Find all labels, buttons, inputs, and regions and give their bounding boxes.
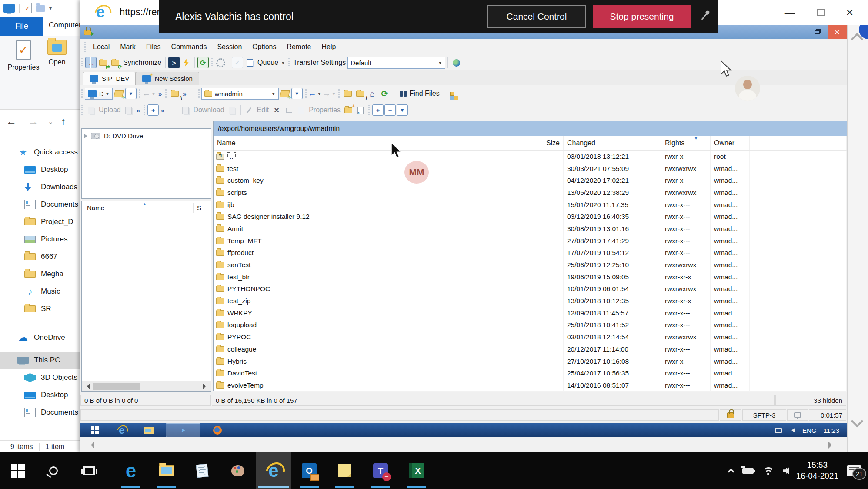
column-header-changed[interactable]: Changed bbox=[564, 136, 661, 150]
transfer-settings-combo[interactable]: Default ▼ bbox=[347, 57, 445, 69]
volume-icon[interactable] bbox=[783, 467, 788, 475]
stop-presenting-button[interactable]: Stop presenting bbox=[593, 5, 691, 28]
more-buttons-icon[interactable]: » bbox=[183, 90, 186, 97]
file-row[interactable]: logupload25/01/2018 10:41:52rwxr-x---wma… bbox=[214, 319, 847, 332]
download-background-icon[interactable] bbox=[227, 104, 238, 116]
network-lightning-icon[interactable] bbox=[180, 57, 192, 68]
file-row[interactable]: test_zip13/09/2018 10:12:35rwxr-xr-xwmad… bbox=[214, 295, 847, 307]
delete-icon[interactable] bbox=[271, 104, 282, 116]
remote-open-directory-icon[interactable] bbox=[279, 88, 290, 99]
file-row[interactable]: colleague20/12/2017 11:14:00rwxr-x---wma… bbox=[214, 343, 847, 355]
tab-new-session[interactable]: New Session bbox=[136, 72, 199, 85]
properties-button[interactable]: Properties bbox=[3, 40, 43, 71]
binoculars-icon[interactable] bbox=[396, 88, 407, 99]
pin-off-icon[interactable] bbox=[691, 0, 718, 33]
recent-locations-icon[interactable]: ⌄ bbox=[48, 118, 53, 126]
open-button[interactable]: Open bbox=[43, 40, 70, 66]
sidebar-item-music[interactable]: Music bbox=[0, 283, 80, 300]
queue-label[interactable]: Queue bbox=[257, 59, 278, 67]
column-header-name[interactable]: Name bbox=[82, 204, 193, 211]
column-header-size[interactable]: S bbox=[194, 204, 201, 211]
protocol-cell[interactable]: SFTP-3 bbox=[742, 409, 786, 421]
scroll-right-icon[interactable] bbox=[203, 384, 208, 389]
taskbar-search[interactable] bbox=[36, 452, 71, 489]
preferences-gear-icon[interactable] bbox=[215, 57, 226, 68]
chevron-down-icon[interactable]: ▼ bbox=[151, 91, 156, 96]
remote-filter-icon[interactable] bbox=[291, 88, 303, 99]
column-header-size[interactable]: Size bbox=[431, 136, 564, 150]
chevron-down-icon[interactable]: ▼ bbox=[317, 91, 322, 96]
queue-icon[interactable] bbox=[244, 57, 255, 68]
new-folder-icon[interactable] bbox=[343, 104, 354, 116]
sidebar-item-desktop[interactable]: Desktop bbox=[0, 161, 80, 178]
sidebar-item-quick-access[interactable]: Quick access bbox=[0, 144, 80, 161]
remote-back-icon[interactable]: ← bbox=[308, 89, 317, 98]
file-row[interactable]: sanTest25/06/2019 12:25:10rwxrwxrwxwmad.… bbox=[214, 259, 847, 271]
more-buttons-icon[interactable]: » bbox=[161, 107, 164, 114]
file-row[interactable]: PYTHONPOC10/01/2019 06:01:54rwxrwxrwxwma… bbox=[214, 283, 847, 295]
taskbar-paint[interactable] bbox=[220, 452, 256, 489]
remote-directory-combo[interactable]: wmadmin ▼ bbox=[201, 88, 279, 100]
more-buttons-icon[interactable]: » bbox=[137, 107, 140, 114]
volume-icon[interactable] bbox=[789, 428, 795, 433]
explorer-file-tab[interactable]: File bbox=[0, 17, 43, 36]
file-row[interactable]: ijb15/01/2020 11:17:35rwxr-x---wmad... bbox=[214, 199, 847, 211]
root-directory-icon[interactable]: / bbox=[354, 88, 366, 99]
local-back-icon[interactable]: ← bbox=[142, 89, 150, 98]
upload-label[interactable]: Upload bbox=[99, 106, 121, 114]
swap-panels-icon[interactable] bbox=[85, 57, 97, 68]
sidebar-item-3d-objects[interactable]: 3D Objects bbox=[0, 369, 80, 386]
file-row[interactable]: scripts13/05/2020 12:38:29rwxrwxrwxwmad.… bbox=[214, 187, 847, 199]
action-center-icon[interactable]: 21 bbox=[847, 465, 861, 476]
taskbar-notepad[interactable] bbox=[184, 452, 220, 489]
file-row[interactable]: SAG designer installer 9.1203/12/2019 16… bbox=[214, 211, 847, 223]
network-icon[interactable] bbox=[775, 428, 782, 433]
file-row[interactable]: ffproduct17/07/2019 10:54:12rwxr-x---wma… bbox=[214, 247, 847, 259]
winscp-restore-icon[interactable] bbox=[808, 25, 826, 39]
edit-pencil-icon[interactable] bbox=[244, 104, 255, 116]
file-row[interactable]: Hybris27/10/2017 10:16:08rwxr-x---wmad..… bbox=[214, 355, 847, 368]
remote-clock[interactable]: 11:23 bbox=[824, 427, 839, 434]
chevron-down-icon[interactable]: ▼ bbox=[332, 91, 336, 96]
explorer-computer-tab[interactable]: Computer bbox=[49, 21, 80, 30]
menu-session[interactable]: Session bbox=[212, 43, 247, 51]
encryption-cell[interactable] bbox=[720, 409, 741, 421]
expand-icon[interactable] bbox=[84, 134, 87, 138]
file-row[interactable]: evolveTemp14/10/2016 08:51:07rwxr-x---wm… bbox=[214, 379, 847, 392]
sidebar-item-this-pc[interactable]: This PC bbox=[0, 352, 80, 369]
menu-help[interactable]: Help bbox=[317, 43, 341, 51]
up-icon[interactable]: ↑ bbox=[61, 115, 66, 127]
horizontal-scrollbar[interactable] bbox=[82, 381, 211, 391]
sidebar-item-megha[interactable]: Megha bbox=[0, 265, 80, 283]
hidden-files-status[interactable]: 33 hidden bbox=[775, 395, 846, 406]
remote-taskbar-file-explorer[interactable] bbox=[139, 423, 159, 437]
upload-icon[interactable] bbox=[85, 104, 97, 116]
file-row[interactable]: custom_key04/12/2020 17:02:21rwxr-x---wm… bbox=[214, 174, 847, 187]
synchronize-label[interactable]: Synchronize bbox=[123, 59, 161, 67]
wifi-icon[interactable] bbox=[762, 466, 775, 475]
remote-forward-icon[interactable]: → bbox=[323, 89, 331, 98]
file-row[interactable]: DavidTest25/04/2017 10:56:35rwxr-x---wma… bbox=[214, 367, 847, 379]
winscp-minimize-icon[interactable]: – bbox=[791, 25, 808, 39]
menu-mark[interactable]: Mark bbox=[115, 43, 140, 51]
download-label[interactable]: Download bbox=[193, 106, 224, 114]
synchronize-icon[interactable]: ⟳ bbox=[110, 57, 121, 68]
sidebar-item-documents[interactable]: Documents bbox=[0, 196, 80, 213]
language-indicator[interactable]: ENG bbox=[802, 427, 817, 434]
rename-icon[interactable] bbox=[283, 104, 294, 116]
edit-label[interactable]: Edit bbox=[257, 106, 269, 114]
remote-taskbar-firefox[interactable] bbox=[207, 423, 227, 437]
scrollbar-thumb[interactable] bbox=[93, 383, 140, 390]
menu-local[interactable]: Local bbox=[88, 43, 114, 51]
file-properties-icon[interactable] bbox=[295, 104, 307, 116]
unselect-icon[interactable] bbox=[384, 104, 396, 116]
sidebar-item-pictures[interactable]: Pictures bbox=[0, 231, 80, 248]
vertical-scrollbar[interactable] bbox=[847, 25, 868, 452]
remote-taskbar-internet-explorer[interactable] bbox=[112, 423, 132, 437]
cancel-control-button[interactable]: Cancel Control bbox=[487, 5, 586, 28]
taskbar-internet-explorer[interactable] bbox=[256, 452, 291, 489]
taskbar-excel[interactable] bbox=[398, 452, 434, 489]
tab-sip-dev[interactable]: SIP_DEV bbox=[83, 72, 136, 85]
file-row[interactable]: test30/03/2021 07:55:09rwxrwxrwxwmad... bbox=[214, 163, 847, 175]
queue-enable-icon[interactable] bbox=[232, 57, 243, 68]
